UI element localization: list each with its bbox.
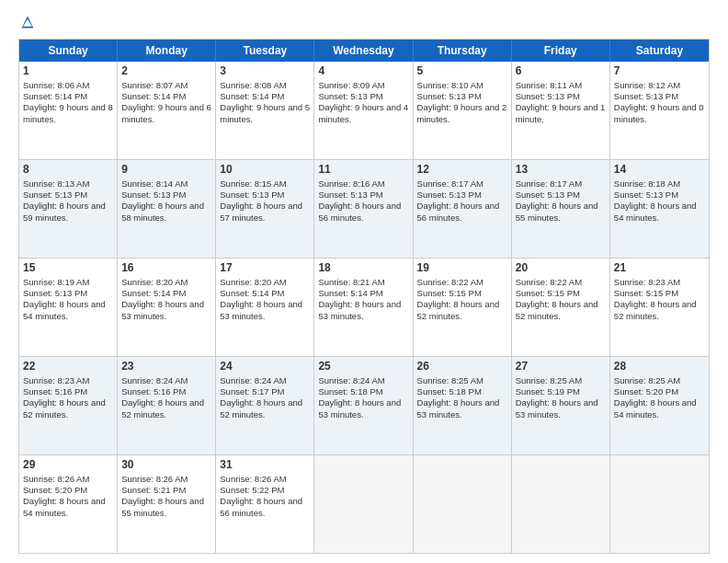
sunset: Sunset: 5:20 PM — [23, 485, 87, 495]
daylight: Daylight: 8 hours and 54 minutes. — [614, 201, 697, 222]
logo — [18, 15, 37, 29]
day-cell-27: 27Sunrise: 8:25 AMSunset: 5:19 PMDayligh… — [512, 357, 610, 454]
daylight: Daylight: 8 hours and 56 minutes. — [318, 201, 401, 222]
sunset: Sunset: 5:13 PM — [23, 288, 87, 298]
sunrise: Sunrise: 8:15 AM — [220, 178, 286, 189]
page: SundayMondayTuesdayWednesdayThursdayFrid… — [0, 0, 728, 563]
day-cell-25: 25Sunrise: 8:24 AMSunset: 5:18 PMDayligh… — [314, 357, 413, 454]
day-cell-4: 4Sunrise: 8:09 AMSunset: 5:13 PMDaylight… — [314, 62, 413, 159]
header-day-friday: Friday — [512, 40, 610, 62]
day-number: 27 — [516, 360, 606, 374]
day-cell-8: 8Sunrise: 8:13 AMSunset: 5:13 PMDaylight… — [19, 160, 118, 258]
sunset: Sunset: 5:13 PM — [220, 190, 284, 200]
day-number: 23 — [121, 360, 211, 374]
sunset: Sunset: 5:15 PM — [516, 288, 580, 298]
sunrise: Sunrise: 8:16 AM — [318, 178, 384, 189]
header-day-thursday: Thursday — [414, 40, 512, 62]
sunset: Sunset: 5:13 PM — [318, 190, 382, 200]
sunset: Sunset: 5:22 PM — [220, 485, 284, 495]
sunrise: Sunrise: 8:21 AM — [318, 277, 384, 287]
daylight: Daylight: 8 hours and 52 minutes. — [220, 397, 302, 419]
daylight: Daylight: 8 hours and 52 minutes. — [614, 299, 697, 320]
daylight: Daylight: 8 hours and 54 minutes. — [23, 299, 106, 320]
day-number: 7 — [614, 64, 705, 79]
day-number: 10 — [220, 163, 310, 178]
sunrise: Sunrise: 8:20 AM — [121, 277, 188, 287]
daylight: Daylight: 8 hours and 55 minutes. — [121, 496, 204, 517]
day-number: 16 — [121, 261, 211, 276]
sunset: Sunset: 5:20 PM — [614, 386, 678, 396]
daylight: Daylight: 8 hours and 53 minutes. — [318, 397, 401, 419]
sunrise: Sunrise: 8:24 AM — [318, 375, 384, 385]
daylight: Daylight: 8 hours and 56 minutes. — [417, 201, 500, 222]
sunrise: Sunrise: 8:23 AM — [614, 277, 680, 287]
sunrise: Sunrise: 8:25 AM — [614, 375, 680, 385]
day-cell-17: 17Sunrise: 8:20 AMSunset: 5:14 PMDayligh… — [216, 259, 314, 356]
header — [18, 15, 710, 29]
sunrise: Sunrise: 8:17 AM — [516, 178, 582, 189]
day-number: 1 — [23, 64, 113, 79]
day-cell-12: 12Sunrise: 8:17 AMSunset: 5:13 PMDayligh… — [414, 160, 512, 258]
sunrise: Sunrise: 8:06 AM — [23, 80, 89, 90]
sunrise: Sunrise: 8:10 AM — [417, 80, 483, 90]
sunrise: Sunrise: 8:26 AM — [23, 474, 89, 484]
sunrise: Sunrise: 8:18 AM — [614, 178, 680, 189]
sunrise: Sunrise: 8:22 AM — [417, 277, 483, 287]
daylight: Daylight: 8 hours and 52 minutes. — [417, 299, 500, 320]
sunset: Sunset: 5:16 PM — [23, 386, 87, 396]
empty-cell — [314, 455, 413, 553]
day-number: 6 — [516, 64, 606, 79]
header-day-saturday: Saturday — [610, 40, 709, 62]
day-number: 9 — [121, 163, 211, 178]
sunrise: Sunrise: 8:26 AM — [220, 474, 286, 484]
header-day-tuesday: Tuesday — [216, 40, 314, 62]
day-number: 20 — [516, 261, 606, 276]
sunset: Sunset: 5:14 PM — [23, 91, 87, 101]
daylight: Daylight: 9 hours and 6 minutes. — [121, 102, 211, 123]
day-cell-1: 1Sunrise: 8:06 AMSunset: 5:14 PMDaylight… — [19, 62, 118, 159]
sunrise: Sunrise: 8:25 AM — [516, 375, 582, 385]
day-number: 4 — [318, 64, 408, 79]
day-number: 31 — [220, 458, 310, 473]
day-number: 11 — [318, 163, 408, 178]
sunrise: Sunrise: 8:19 AM — [23, 277, 89, 287]
day-number: 28 — [614, 360, 705, 374]
calendar-body: 1Sunrise: 8:06 AMSunset: 5:14 PMDaylight… — [19, 62, 709, 553]
sunset: Sunset: 5:16 PM — [121, 386, 186, 396]
day-cell-21: 21Sunrise: 8:23 AMSunset: 5:15 PMDayligh… — [610, 259, 709, 356]
day-cell-2: 2Sunrise: 8:07 AMSunset: 5:14 PMDaylight… — [118, 62, 216, 159]
daylight: Daylight: 8 hours and 52 minutes. — [121, 397, 204, 419]
daylight: Daylight: 8 hours and 57 minutes. — [220, 201, 302, 222]
calendar-row-2: 15Sunrise: 8:19 AMSunset: 5:13 PMDayligh… — [19, 258, 709, 356]
sunset: Sunset: 5:14 PM — [121, 91, 186, 101]
daylight: Daylight: 8 hours and 55 minutes. — [516, 201, 598, 222]
sunset: Sunset: 5:13 PM — [318, 91, 382, 101]
daylight: Daylight: 8 hours and 54 minutes. — [614, 397, 697, 419]
day-cell-20: 20Sunrise: 8:22 AMSunset: 5:15 PMDayligh… — [512, 259, 610, 356]
daylight: Daylight: 9 hours and 2 minutes. — [417, 102, 507, 123]
day-number: 17 — [220, 261, 310, 276]
sunset: Sunset: 5:21 PM — [121, 485, 186, 495]
day-number: 18 — [318, 261, 408, 276]
day-number: 8 — [23, 163, 113, 178]
day-number: 2 — [121, 64, 211, 79]
sunset: Sunset: 5:13 PM — [417, 190, 482, 200]
sunset: Sunset: 5:14 PM — [220, 91, 284, 101]
daylight: Daylight: 8 hours and 52 minutes. — [516, 299, 598, 320]
day-cell-6: 6Sunrise: 8:11 AMSunset: 5:13 PMDaylight… — [512, 62, 610, 159]
daylight: Daylight: 8 hours and 52 minutes. — [23, 397, 106, 419]
sunset: Sunset: 5:13 PM — [417, 91, 482, 101]
daylight: Daylight: 9 hours and 5 minutes. — [220, 102, 310, 123]
day-cell-29: 29Sunrise: 8:26 AMSunset: 5:20 PMDayligh… — [19, 455, 118, 553]
sunrise: Sunrise: 8:22 AM — [516, 277, 582, 287]
sunset: Sunset: 5:13 PM — [23, 190, 87, 200]
daylight: Daylight: 8 hours and 53 minutes. — [318, 299, 401, 320]
sunset: Sunset: 5:14 PM — [121, 288, 186, 298]
day-number: 24 — [220, 360, 310, 374]
empty-cell — [512, 455, 610, 553]
sunset: Sunset: 5:13 PM — [614, 91, 678, 101]
day-cell-10: 10Sunrise: 8:15 AMSunset: 5:13 PMDayligh… — [216, 160, 314, 258]
day-cell-3: 3Sunrise: 8:08 AMSunset: 5:14 PMDaylight… — [216, 62, 314, 159]
day-cell-9: 9Sunrise: 8:14 AMSunset: 5:13 PMDaylight… — [118, 160, 216, 258]
header-day-monday: Monday — [118, 40, 216, 62]
